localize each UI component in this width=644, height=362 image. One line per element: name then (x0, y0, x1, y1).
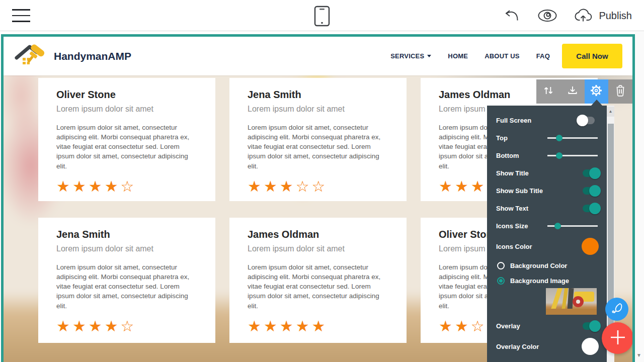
toggle-knob[interactable] (589, 167, 601, 179)
setting-label: Top (496, 134, 508, 142)
setting-label: Icons Color (496, 243, 532, 250)
toggle-knob[interactable] (589, 203, 601, 214)
cloud-upload-icon (574, 7, 594, 25)
nav-item-about-us[interactable]: ABOUT US (485, 52, 520, 60)
card-text: Lorem ipsum dolor sit amet, consectetur … (56, 262, 197, 311)
show-sub-title-toggle[interactable] (583, 187, 595, 195)
setting-row-overlay: Overlay (496, 317, 599, 335)
download-icon (566, 84, 579, 99)
testimonial-card: Jena SmithLorem ipsum dolor sit ametLore… (38, 218, 215, 343)
nav-item-services[interactable]: SERVICES (390, 52, 431, 60)
star-rating: ★★★★☆ (56, 319, 197, 334)
nav-item-home[interactable]: HOME (448, 52, 468, 60)
undo-icon[interactable] (503, 7, 521, 24)
radio-dot (499, 279, 503, 283)
hamburger-icon[interactable] (12, 9, 30, 23)
publish-button[interactable]: Publish (574, 7, 632, 25)
mobile-preview-icon[interactable] (314, 6, 330, 27)
overlay-color-swatch[interactable] (582, 338, 599, 355)
card-title: Jena Smith (56, 229, 197, 240)
site-header: HandymanAMP SERVICESHOMEABOUT USFAQ Call… (4, 37, 632, 75)
star-rating: ★★★★☆ (56, 179, 197, 194)
setting-row-overlay-color: Overlay Color (496, 335, 599, 358)
overlay-toggle[interactable] (583, 322, 595, 330)
card-text: Lorem ipsum dolor sit amet, consectetur … (56, 123, 197, 171)
site-brand[interactable]: HandymanAMP (15, 41, 131, 72)
publish-label: Publish (599, 10, 632, 22)
setting-label: Overlay (496, 322, 520, 330)
trash-button[interactable] (608, 79, 632, 104)
move-vertical-button[interactable] (536, 79, 560, 104)
setting-row-background-color: Background Color (496, 258, 599, 273)
card-text: Lorem ipsum dolor sit amet, consectetur … (248, 123, 388, 171)
add-block-button[interactable] (602, 322, 633, 354)
chevron-down-icon (427, 55, 431, 57)
panel-pointer (591, 100, 602, 106)
setting-row-bottom: Bottom (496, 147, 599, 164)
setting-label: Icons Size (496, 222, 528, 230)
move-vertical-icon (542, 84, 555, 99)
show-title-toggle[interactable] (583, 169, 595, 177)
setting-row-show-sub-title: Show Sub Title (496, 182, 599, 200)
setting-label: Bottom (496, 152, 519, 159)
star-rating: ★★★☆☆ (248, 179, 388, 194)
setting-row-show-text: Show Text (496, 200, 599, 217)
show-text-toggle[interactable] (583, 205, 595, 212)
setting-row-background-image: Background Image (496, 273, 599, 288)
toggle-knob[interactable] (589, 185, 601, 197)
testimonial-card: Jena SmithLorem ipsum dolor sit ametLore… (229, 78, 407, 201)
toggle-knob[interactable] (577, 115, 588, 126)
paintbrush-icon (610, 301, 624, 317)
site-nav: SERVICESHOMEABOUT USFAQ (390, 52, 550, 60)
card-subtitle: Lorem ipsum dolor sit amet (248, 105, 388, 114)
slider-knob[interactable] (556, 135, 562, 141)
appbar-actions: Publish (503, 0, 632, 31)
card-title: James Oldman (248, 229, 388, 240)
setting-row-icons-color: Icons Color (496, 235, 599, 258)
icons-color-swatch[interactable] (582, 238, 599, 255)
site-preview-frame: HandymanAMP SERVICESHOMEABOUT USFAQ Call… (1, 34, 635, 362)
nav-item-faq[interactable]: FAQ (536, 52, 550, 60)
background-color-radio[interactable] (497, 262, 505, 269)
thumbnail-detail (546, 309, 597, 315)
setting-label: Show Title (496, 169, 529, 177)
icons-size-slider[interactable] (547, 225, 598, 227)
setting-label: Show Text (496, 205, 528, 212)
house-paint-roller-logo (15, 41, 48, 72)
testimonial-card: James OldmanLorem ipsum dolor sit ametLo… (229, 218, 407, 343)
settings-gear-icon (589, 83, 603, 100)
testimonial-card: Oliver StoneLorem ipsum dolor sit ametLo… (38, 78, 215, 201)
background-image-thumbnail[interactable] (546, 288, 597, 315)
top-slider[interactable] (547, 137, 598, 139)
app-toolbar: Publish (0, 0, 644, 31)
card-subtitle: Lorem ipsum dolor sit amet (56, 244, 197, 253)
download-button[interactable] (560, 79, 585, 104)
site-content: Oliver StoneLorem ipsum dolor sit ametLo… (4, 75, 632, 362)
toggle-knob[interactable] (589, 320, 601, 332)
block-toolbar (536, 79, 632, 104)
card-title: Oliver Stone (56, 89, 197, 101)
setting-row-full-screen: Full Screen (496, 112, 599, 129)
bottom-slider[interactable] (547, 155, 598, 156)
full-screen-toggle[interactable] (583, 117, 595, 124)
setting-label[interactable]: Background Image (510, 277, 569, 285)
setting-row-top: Top (496, 129, 599, 147)
brand-name[interactable]: HandymanAMP (54, 50, 131, 62)
setting-row-icons-size: Icons Size (496, 217, 599, 235)
card-title: Jena Smith (248, 89, 388, 101)
scroll-up-icon[interactable]: ▲ (607, 107, 614, 117)
plus-icon (609, 329, 626, 348)
card-subtitle: Lorem ipsum dolor sit amet (56, 105, 197, 114)
call-now-button[interactable]: Call Now (562, 44, 622, 68)
scroll-down-icon[interactable]: ▼ (636, 352, 641, 358)
style-paintbrush-button[interactable] (605, 298, 628, 321)
background-image-radio[interactable] (497, 277, 505, 285)
eye-icon[interactable] (537, 9, 557, 23)
slider-knob[interactable] (554, 223, 561, 229)
setting-label: Overlay Color (496, 343, 539, 350)
slider-knob[interactable] (556, 152, 562, 159)
setting-row-show-title: Show Title (496, 164, 599, 182)
setting-label[interactable]: Background Color (510, 262, 567, 269)
window-scrollbar[interactable]: ▼ (635, 32, 644, 362)
setting-row-background-image-thumbnail (496, 288, 599, 317)
